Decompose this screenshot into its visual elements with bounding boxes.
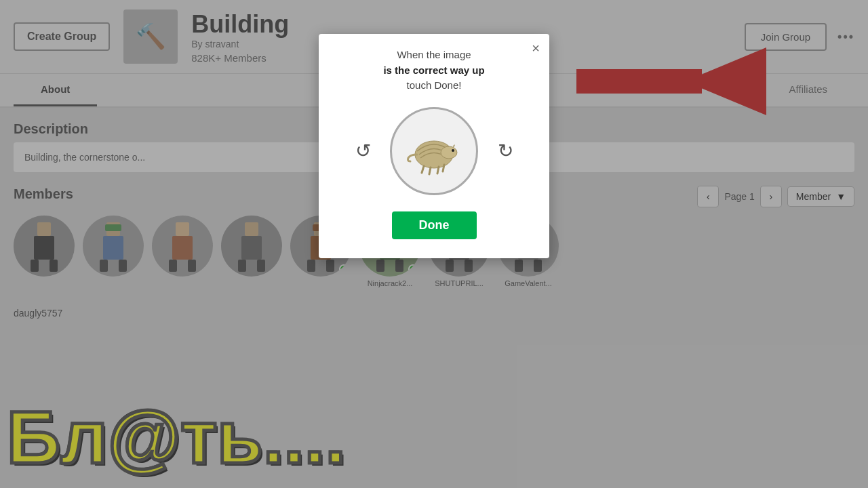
svg-line-43 bbox=[429, 167, 431, 174]
rotate-left-button[interactable]: ↺ bbox=[349, 138, 376, 165]
page-background: Create Group 🔨 Building By stravant 828K… bbox=[0, 0, 868, 488]
svg-line-44 bbox=[437, 167, 439, 174]
svg-line-42 bbox=[422, 166, 424, 173]
svg-line-45 bbox=[443, 165, 444, 171]
modal-instructions: When the image is the correct way up tou… bbox=[335, 47, 533, 94]
captcha-area: ↺ bbox=[335, 107, 533, 195]
svg-point-40 bbox=[441, 146, 457, 159]
svg-point-41 bbox=[452, 149, 454, 152]
captcha-image bbox=[390, 107, 478, 195]
armadillo-image bbox=[400, 117, 468, 185]
rotate-right-button[interactable]: ↻ bbox=[492, 138, 519, 165]
captcha-modal: × When the image is the correct way up t… bbox=[319, 34, 549, 258]
modal-close-button[interactable]: × bbox=[532, 41, 540, 56]
done-button[interactable]: Done bbox=[392, 211, 477, 239]
